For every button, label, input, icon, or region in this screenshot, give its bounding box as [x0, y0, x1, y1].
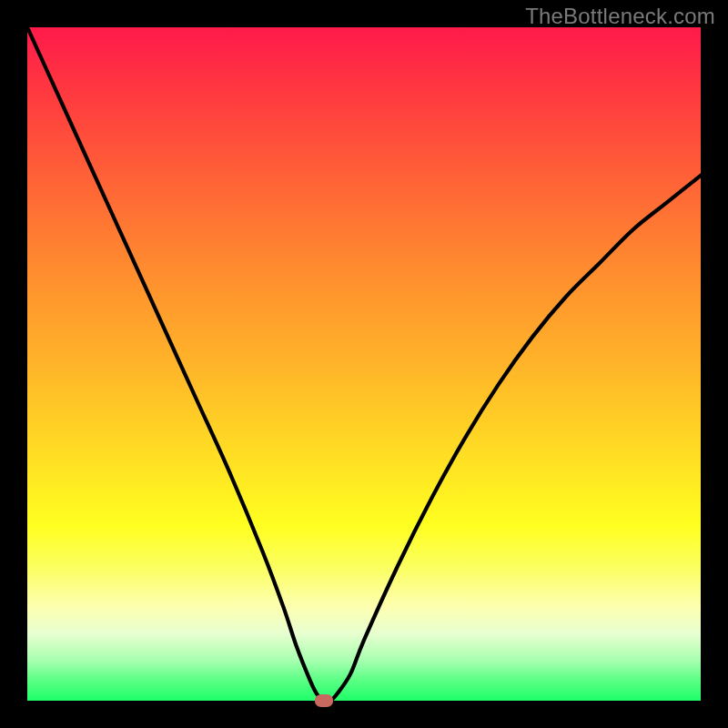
bottleneck-curve: [27, 27, 701, 701]
chart-frame: TheBottleneck.com: [0, 0, 728, 728]
curve-svg: [27, 27, 701, 701]
plot-area: [27, 27, 701, 701]
optimum-marker: [315, 694, 333, 707]
watermark-text: TheBottleneck.com: [525, 4, 715, 29]
